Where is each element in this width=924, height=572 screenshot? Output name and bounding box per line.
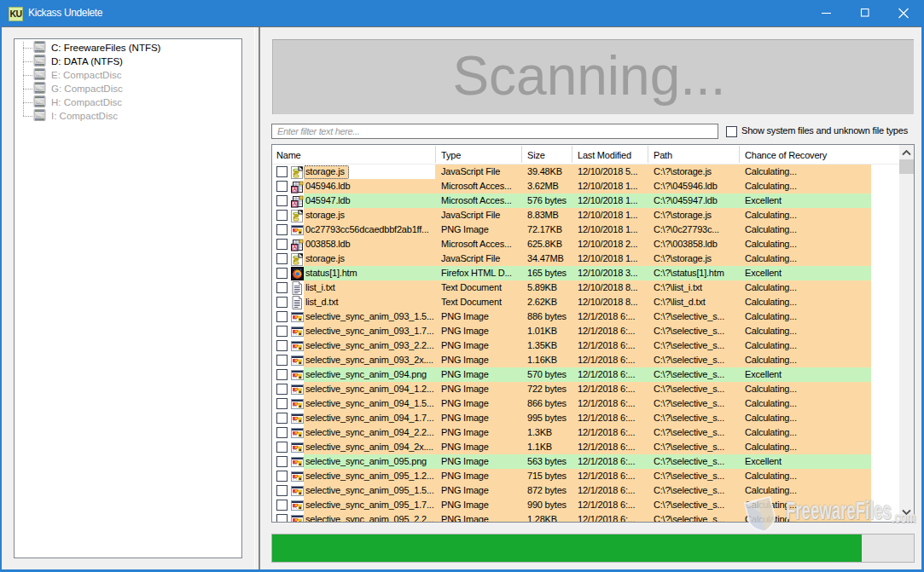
svg-text:A: A [293,201,297,206]
svg-text:A: A [293,245,297,250]
svg-text:A: A [293,187,297,192]
